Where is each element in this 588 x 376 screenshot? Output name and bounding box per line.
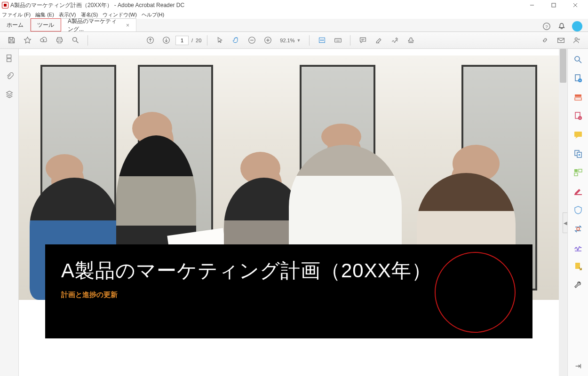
title-banner: A製品のマーケティング計画（20XX年） 計画と進捗の更新 bbox=[45, 244, 532, 338]
search-icon[interactable] bbox=[69, 34, 82, 47]
page-total: 20 bbox=[196, 38, 201, 43]
sticky-note-icon[interactable] bbox=[356, 34, 369, 47]
menu-edit[interactable]: 編集 (E) bbox=[35, 11, 54, 18]
tab-document-label: A製品のマーケティング... bbox=[68, 17, 122, 33]
print-icon[interactable] bbox=[53, 34, 66, 47]
menu-file[interactable]: ファイル (F) bbox=[2, 11, 31, 18]
document-page: A製品のマーケティング計画（20XX年） 計画と進捗の更新 bbox=[19, 49, 559, 376]
svg-rect-26 bbox=[575, 94, 581, 97]
save-icon[interactable] bbox=[5, 34, 18, 47]
close-button[interactable] bbox=[564, 0, 586, 10]
svg-rect-16 bbox=[335, 39, 342, 42]
export-pdf-icon[interactable]: + bbox=[573, 73, 583, 84]
scrollbar-thumb[interactable] bbox=[560, 49, 566, 83]
star-icon[interactable] bbox=[21, 34, 34, 47]
page-sep: / bbox=[191, 38, 193, 43]
link-icon[interactable] bbox=[538, 34, 551, 47]
svg-rect-34 bbox=[574, 169, 578, 172]
fill-sign-icon[interactable] bbox=[573, 243, 583, 253]
svg-point-21 bbox=[575, 56, 580, 61]
svg-point-38 bbox=[577, 227, 580, 230]
zoom-in-icon[interactable] bbox=[261, 34, 274, 47]
organize-icon[interactable] bbox=[573, 167, 583, 178]
svg-rect-27 bbox=[575, 98, 581, 100]
svg-text:?: ? bbox=[545, 24, 548, 29]
zoom-out-icon[interactable] bbox=[245, 34, 258, 47]
thumbnails-icon[interactable] bbox=[5, 54, 14, 63]
tab-home[interactable]: ホーム bbox=[0, 18, 31, 31]
tab-close-icon[interactable]: × bbox=[126, 22, 129, 29]
pointer-icon[interactable] bbox=[213, 34, 226, 47]
app-icon bbox=[2, 2, 8, 8]
svg-rect-31 bbox=[574, 132, 582, 137]
chevron-down-icon: ▼ bbox=[297, 38, 301, 43]
annotation-circle bbox=[435, 252, 516, 333]
maximize-button[interactable] bbox=[543, 0, 564, 10]
redact-icon[interactable] bbox=[573, 186, 583, 196]
help-icon[interactable]: ? bbox=[542, 22, 551, 31]
menu-help[interactable]: ヘルプ(H) bbox=[142, 11, 164, 18]
svg-text:+: + bbox=[579, 79, 580, 82]
create-pdf-icon[interactable] bbox=[573, 92, 583, 102]
document-viewport[interactable]: A製品のマーケティング計画（20XX年） 計画と進捗の更新 bbox=[19, 49, 567, 376]
combine-icon[interactable] bbox=[573, 149, 583, 159]
title-bar: A製品のマーケティング計画（20XX年） - Adobe Acrobat Rea… bbox=[0, 0, 588, 10]
more-tools-icon[interactable] bbox=[573, 280, 583, 290]
svg-rect-17 bbox=[557, 38, 564, 42]
edit-pdf-icon[interactable]: + bbox=[573, 111, 583, 121]
keyboard-icon[interactable] bbox=[331, 34, 344, 47]
compress-icon[interactable] bbox=[573, 224, 583, 234]
attachments-icon[interactable] bbox=[5, 71, 14, 81]
user-plus-icon[interactable] bbox=[570, 34, 583, 47]
svg-line-7 bbox=[76, 41, 78, 43]
protect-icon[interactable] bbox=[573, 205, 583, 215]
svg-rect-36 bbox=[574, 173, 578, 176]
zoom-value: 92.1% bbox=[280, 38, 294, 43]
tab-document[interactable]: A製品のマーケティング... × bbox=[61, 18, 136, 31]
page-up-icon[interactable] bbox=[143, 34, 157, 47]
collapse-panel-icon[interactable] bbox=[573, 361, 583, 371]
send-icon[interactable] bbox=[573, 261, 583, 272]
tab-bar: ホーム ツール A製品のマーケティング... × ? bbox=[0, 19, 588, 32]
svg-point-6 bbox=[72, 38, 77, 42]
bell-icon[interactable] bbox=[557, 22, 566, 31]
zoom-select[interactable]: 92.1%▼ bbox=[277, 38, 303, 43]
right-expand-handle[interactable]: ◀ bbox=[563, 212, 567, 233]
avatar[interactable] bbox=[572, 21, 582, 31]
right-tools-panel: + + bbox=[567, 49, 588, 376]
mail-icon[interactable] bbox=[554, 34, 567, 47]
svg-rect-37 bbox=[574, 194, 582, 195]
svg-rect-35 bbox=[579, 169, 582, 172]
tab-tools[interactable]: ツール bbox=[31, 18, 61, 31]
svg-rect-19 bbox=[7, 55, 11, 58]
svg-rect-1 bbox=[552, 3, 556, 7]
stamp-icon[interactable] bbox=[404, 34, 417, 47]
hand-icon[interactable] bbox=[229, 34, 242, 47]
svg-line-22 bbox=[579, 61, 581, 63]
layers-icon[interactable] bbox=[5, 89, 14, 99]
signature-icon[interactable] bbox=[388, 34, 401, 47]
highlight-icon[interactable] bbox=[372, 34, 385, 47]
comment-icon[interactable] bbox=[573, 130, 583, 140]
svg-point-18 bbox=[575, 38, 577, 40]
fit-width-icon[interactable] bbox=[315, 34, 328, 47]
left-sidebar bbox=[0, 49, 19, 376]
minimize-button[interactable] bbox=[521, 0, 543, 10]
svg-text:+: + bbox=[579, 117, 580, 120]
search-tool-icon[interactable] bbox=[573, 55, 583, 65]
page-down-icon[interactable] bbox=[159, 34, 173, 47]
cloud-up-icon[interactable] bbox=[37, 34, 50, 47]
page-number-input[interactable] bbox=[175, 36, 189, 45]
toolbar: / 20 92.1%▼ bbox=[0, 32, 588, 49]
window-title: A製品のマーケティング計画（20XX年） - Adobe Acrobat Rea… bbox=[10, 1, 521, 9]
svg-rect-20 bbox=[7, 59, 11, 62]
